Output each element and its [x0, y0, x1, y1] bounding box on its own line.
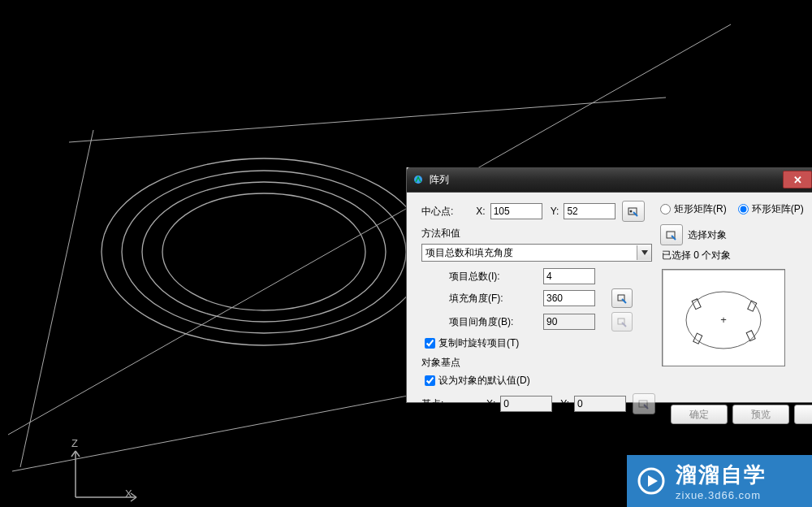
chevron-down-icon [637, 245, 651, 260]
svg-line-5 [69, 98, 666, 142]
array-icon [412, 173, 425, 186]
select-objects-button[interactable] [660, 224, 683, 245]
method-combo-text: 项目总数和填充角度 [422, 246, 637, 260]
polar-preview-panel: + [662, 269, 785, 366]
fill-angle-input[interactable] [543, 290, 595, 306]
center-y-input[interactable] [564, 203, 615, 219]
pick-point-icon [616, 292, 628, 304]
watermark-title: 溜溜自学 [676, 461, 767, 489]
x-label: X: [476, 206, 485, 217]
svg-rect-24 [748, 301, 757, 311]
close-icon: ✕ [793, 174, 802, 186]
cancel-button[interactable]: 取消 [794, 405, 812, 424]
default-base-checkbox[interactable] [425, 375, 435, 386]
axis-label-x: X [125, 488, 132, 500]
fill-angle-label: 填充角度(F): [449, 292, 543, 306]
polar-array-radio[interactable] [738, 204, 749, 214]
select-icon [665, 228, 678, 241]
dialog-titlebar[interactable]: 阵列 ✕ [407, 167, 812, 193]
polar-array-option[interactable]: 环形矩阵(P) [738, 202, 804, 216]
total-items-input[interactable] [543, 268, 595, 284]
svg-point-16 [630, 210, 633, 213]
selected-count-text: 已选择 0 个对象 [662, 249, 811, 262]
pick-fill-angle-button[interactable] [611, 288, 633, 308]
ok-button[interactable]: 确定 [671, 405, 728, 424]
default-base-label: 设为对象的默认值(D) [438, 374, 530, 388]
y-label: Y: [551, 206, 559, 217]
center-point-label: 中心点: [421, 205, 453, 219]
watermark-url: zixue.3d66.com [676, 489, 767, 501]
item-angle-input [543, 314, 595, 330]
polar-array-label: 环形矩阵(P) [752, 202, 804, 216]
preview-button[interactable]: 预览 [732, 405, 789, 424]
pick-center-button[interactable] [622, 201, 645, 222]
method-combo[interactable]: 项目总数和填充角度 [421, 244, 652, 262]
svg-point-3 [162, 193, 365, 310]
svg-point-2 [142, 182, 386, 322]
dialog-title: 阵列 [430, 173, 783, 187]
array-dialog: 阵列 ✕ 中心点: X: Y: 方法和值 项目总数和填充角 [406, 167, 812, 403]
pick-item-angle-button [611, 312, 633, 332]
rotate-copy-checkbox[interactable] [425, 338, 435, 349]
item-angle-label: 项目间角度(B): [449, 315, 543, 329]
pick-point-icon [627, 205, 640, 218]
pick-point-icon [616, 316, 628, 327]
svg-point-1 [122, 171, 406, 333]
rect-array-radio[interactable] [660, 204, 671, 214]
watermark: 溜溜自学 zixue.3d66.com [627, 455, 812, 507]
center-x-input[interactable] [490, 203, 542, 219]
select-objects-label: 选择对象 [688, 228, 727, 242]
svg-line-7 [20, 130, 93, 467]
play-icon [635, 465, 667, 497]
rect-array-option[interactable]: 矩形矩阵(R) [660, 202, 727, 216]
rotate-copy-label: 复制时旋转项目(T) [438, 336, 519, 350]
rect-array-label: 矩形矩阵(R) [674, 202, 727, 216]
total-items-label: 项目总数(I): [449, 270, 543, 284]
close-button[interactable]: ✕ [783, 171, 812, 188]
svg-point-0 [102, 158, 426, 345]
svg-rect-26 [693, 333, 702, 344]
axis-label-z: Z [71, 437, 78, 449]
svg-text:+: + [720, 314, 727, 326]
